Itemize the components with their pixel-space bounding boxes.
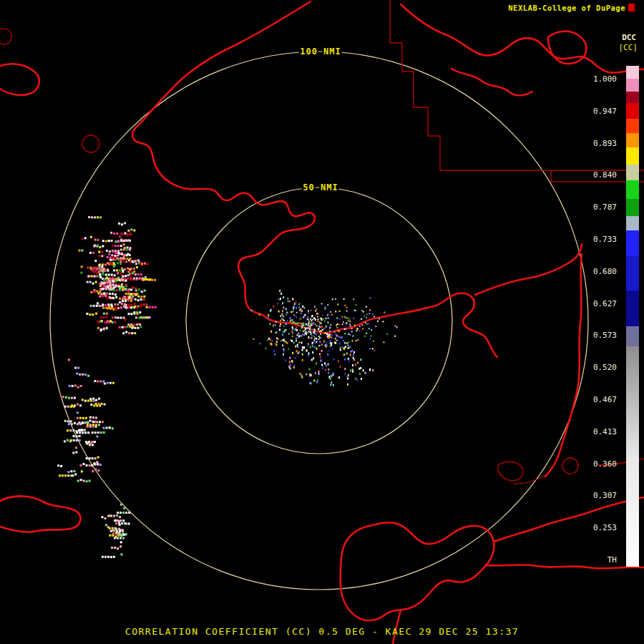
- brand-text: NEXLAB-College of DuPage: [508, 4, 625, 12]
- echo-layer: [57, 216, 398, 558]
- ring-label: 50 NMI: [303, 182, 338, 192]
- map-boundary-line: [390, 0, 643, 182]
- range-rings: [50, 52, 588, 590]
- range-ring: [186, 187, 452, 454]
- cod-logo-icon: [628, 4, 635, 12]
- colorbar-segment: [626, 133, 639, 147]
- colorbar-segment: [626, 199, 639, 216]
- colorbar: [626, 66, 639, 567]
- map-coastline: [401, 4, 643, 95]
- colorbar-segment: [626, 216, 639, 230]
- radar-canvas: 100 NMI50 NMI: [0, 0, 644, 644]
- range-ring: [50, 52, 588, 590]
- product-title: CORRELATION COEFFICIENT (CC) 0.5 DEG - K…: [0, 626, 644, 637]
- colorbar-segment: [626, 326, 639, 346]
- colorbar-segment: [626, 165, 639, 180]
- colorbar-title: DCC: [622, 33, 636, 42]
- colorbar-segment: [626, 119, 639, 133]
- colorbar-segment: [626, 79, 639, 92]
- ring-label: 100 NMI: [300, 47, 341, 57]
- colorbar-segment: [626, 103, 639, 119]
- colorbar-segment: [626, 147, 639, 165]
- map-coastline: [341, 497, 643, 644]
- colorbar-segment: [626, 230, 639, 256]
- colorbar-subtitle: [CC]: [619, 43, 638, 52]
- colorbar-segment: [626, 180, 639, 199]
- map-outlines: [0, 0, 643, 644]
- colorbar-segment: [626, 346, 639, 567]
- map-boundary-line: [514, 459, 643, 484]
- ring-labels: 100 NMI50 NMI: [300, 47, 341, 192]
- colorbar-segment: [626, 256, 639, 291]
- colorbar-segment: [626, 66, 639, 79]
- brand: NEXLAB-College of DuPage: [508, 4, 635, 12]
- colorbar-segment: [626, 291, 639, 326]
- colorbar-segment: [626, 92, 639, 103]
- map-coastline: [475, 244, 582, 477]
- map-coastline: [0, 64, 80, 532]
- radar-display: 100 NMI50 NMI NEXLAB-College of DuPage D…: [0, 0, 644, 644]
